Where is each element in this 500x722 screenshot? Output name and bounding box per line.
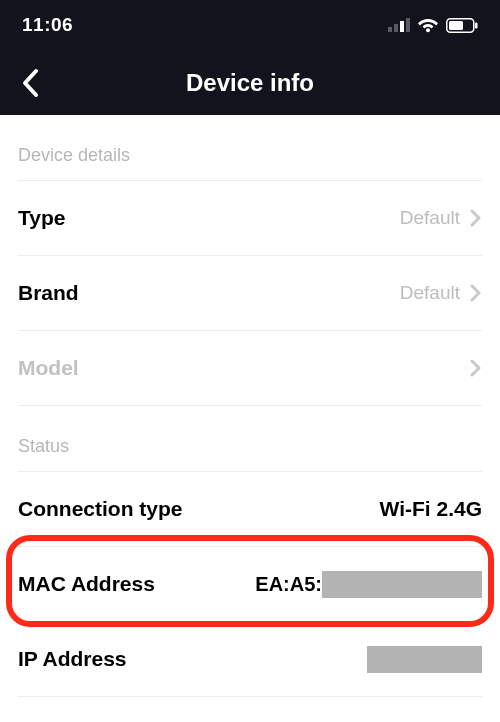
row-model[interactable]: Model [18,331,482,405]
svg-rect-3 [406,18,410,32]
svg-rect-1 [394,24,398,32]
row-model-label: Model [18,356,79,380]
row-type-value: Default [400,207,460,229]
wifi-icon [417,17,439,33]
redacted-block [367,646,482,673]
nav-bar: Device info [0,50,500,115]
row-ip-label: IP Address [18,647,127,671]
chevron-right-icon [470,208,482,228]
content: Device details Type Default Brand Defaul… [0,115,500,697]
svg-point-4 [426,28,430,32]
row-mac-label: MAC Address [18,572,155,596]
status-time: 11:06 [22,14,73,36]
status-icons [388,17,478,33]
status-bar: 11:06 [0,0,500,50]
divider [18,696,482,697]
svg-rect-2 [400,21,404,32]
row-type[interactable]: Type Default [18,181,482,255]
chevron-right-icon [470,358,482,378]
row-ip: IP Address [18,622,482,696]
chevron-right-icon [470,283,482,303]
svg-rect-6 [449,21,463,30]
row-mac: MAC Address EA:A5: [18,547,482,621]
redacted-block [322,571,482,598]
page-title: Device info [0,69,500,97]
battery-icon [446,18,478,33]
row-ip-value [367,646,482,673]
row-brand-label: Brand [18,281,79,305]
row-connection-value: Wi-Fi 2.4G [380,497,483,521]
section-header-status: Status [18,406,482,471]
section-header-details: Device details [18,115,482,180]
row-type-label: Type [18,206,65,230]
cellular-icon [388,18,410,32]
svg-rect-0 [388,27,392,32]
mac-prefix: EA:A5: [255,573,322,596]
row-connection-label: Connection type [18,497,183,521]
row-brand-value: Default [400,282,460,304]
chevron-left-icon [21,68,39,98]
svg-rect-7 [475,22,478,28]
row-brand[interactable]: Brand Default [18,256,482,330]
row-connection: Connection type Wi-Fi 2.4G [18,472,482,546]
back-button[interactable] [10,63,50,103]
row-mac-value: EA:A5: [255,571,482,598]
